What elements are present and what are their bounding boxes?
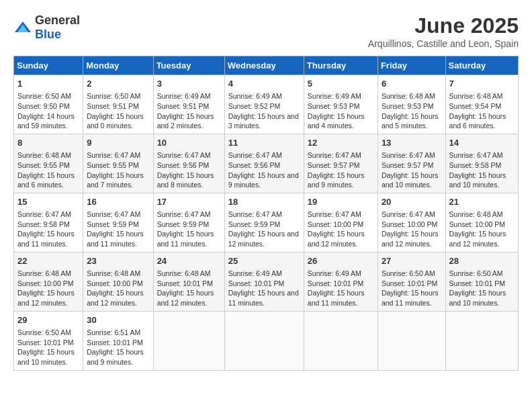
cell-details: Sunrise: 6:47 AMSunset: 10:00 PMDaylight… bbox=[382, 210, 442, 249]
calendar-cell: 22 Sunrise: 6:48 AMSunset: 10:00 PMDayli… bbox=[14, 252, 83, 311]
day-number: 6 bbox=[382, 78, 442, 90]
cell-details: Sunrise: 6:49 AMSunset: 10:01 PMDaylight… bbox=[228, 269, 300, 308]
day-header-saturday: Saturday bbox=[445, 56, 518, 75]
day-number: 4 bbox=[228, 78, 300, 90]
logo-general: General bbox=[35, 13, 80, 27]
cell-details: Sunrise: 6:49 AMSunset: 10:01 PMDaylight… bbox=[308, 269, 374, 308]
calendar-table: SundayMondayTuesdayWednesdayThursdayFrid… bbox=[13, 56, 519, 371]
calendar-cell: 2 Sunrise: 6:50 AMSunset: 9:51 PMDayligh… bbox=[83, 75, 153, 134]
cell-details: Sunrise: 6:49 AMSunset: 9:53 PMDaylight:… bbox=[308, 91, 374, 131]
cell-details: Sunrise: 6:47 AMSunset: 9:58 PMDaylight:… bbox=[449, 150, 515, 190]
day-number: 30 bbox=[87, 314, 149, 326]
calendar-cell: 5 Sunrise: 6:49 AMSunset: 9:53 PMDayligh… bbox=[304, 75, 378, 134]
cell-details: Sunrise: 6:47 AMSunset: 9:56 PMDaylight:… bbox=[157, 150, 221, 190]
cell-details: Sunrise: 6:47 AMSunset: 9:55 PMDaylight:… bbox=[87, 150, 149, 190]
calendar-cell: 18 Sunrise: 6:47 AMSunset: 9:59 PMDaylig… bbox=[224, 193, 304, 252]
calendar-cell bbox=[153, 311, 224, 370]
calendar-cell: 14 Sunrise: 6:47 AMSunset: 9:58 PMDaylig… bbox=[445, 134, 518, 193]
day-header-sunday: Sunday bbox=[14, 56, 83, 75]
day-number: 20 bbox=[382, 196, 442, 208]
cell-details: Sunrise: 6:48 AMSunset: 10:00 PMDaylight… bbox=[17, 269, 79, 308]
calendar-cell: 29 Sunrise: 6:50 AMSunset: 10:01 PMDayli… bbox=[14, 311, 83, 370]
title-block: June 2025 Arquillinos, Castille and Leon… bbox=[368, 13, 519, 49]
calendar-cell: 1 Sunrise: 6:50 AMSunset: 9:50 PMDayligh… bbox=[14, 75, 83, 134]
calendar-week-row: 22 Sunrise: 6:48 AMSunset: 10:00 PMDayli… bbox=[14, 252, 519, 311]
day-number: 16 bbox=[87, 196, 149, 208]
calendar-cell: 23 Sunrise: 6:48 AMSunset: 10:00 PMDayli… bbox=[83, 252, 153, 311]
calendar-body: 1 Sunrise: 6:50 AMSunset: 9:50 PMDayligh… bbox=[14, 75, 519, 371]
calendar-cell: 28 Sunrise: 6:50 AMSunset: 10:01 PMDayli… bbox=[445, 252, 518, 311]
day-number: 28 bbox=[449, 255, 515, 267]
day-number: 18 bbox=[228, 196, 300, 208]
logo: General Blue bbox=[13, 13, 80, 42]
calendar-cell: 17 Sunrise: 6:47 AMSunset: 9:59 PMDaylig… bbox=[153, 193, 224, 252]
calendar-cell: 4 Sunrise: 6:49 AMSunset: 9:52 PMDayligh… bbox=[224, 75, 304, 134]
calendar-cell: 7 Sunrise: 6:48 AMSunset: 9:54 PMDayligh… bbox=[445, 75, 518, 134]
calendar-header-row: SundayMondayTuesdayWednesdayThursdayFrid… bbox=[14, 56, 519, 75]
calendar-cell: 6 Sunrise: 6:48 AMSunset: 9:53 PMDayligh… bbox=[378, 75, 445, 134]
calendar-cell: 30 Sunrise: 6:51 AMSunset: 10:01 PMDayli… bbox=[83, 311, 153, 370]
logo-text: General Blue bbox=[35, 13, 80, 42]
calendar-cell: 20 Sunrise: 6:47 AMSunset: 10:00 PMDayli… bbox=[378, 193, 445, 252]
day-number: 15 bbox=[17, 196, 79, 208]
cell-details: Sunrise: 6:47 AMSunset: 9:59 PMDaylight:… bbox=[228, 210, 300, 249]
calendar-week-row: 15 Sunrise: 6:47 AMSunset: 9:58 PMDaylig… bbox=[14, 193, 519, 252]
calendar-cell bbox=[304, 311, 378, 370]
calendar-cell: 3 Sunrise: 6:49 AMSunset: 9:51 PMDayligh… bbox=[153, 75, 224, 134]
day-header-monday: Monday bbox=[83, 56, 153, 75]
calendar-cell: 26 Sunrise: 6:49 AMSunset: 10:01 PMDayli… bbox=[304, 252, 378, 311]
day-number: 7 bbox=[449, 78, 515, 90]
day-number: 25 bbox=[228, 255, 300, 267]
calendar-cell: 24 Sunrise: 6:48 AMSunset: 10:01 PMDayli… bbox=[153, 252, 224, 311]
cell-details: Sunrise: 6:49 AMSunset: 9:52 PMDaylight:… bbox=[228, 91, 300, 131]
cell-details: Sunrise: 6:47 AMSunset: 9:59 PMDaylight:… bbox=[87, 210, 149, 249]
day-number: 2 bbox=[87, 78, 149, 90]
cell-details: Sunrise: 6:48 AMSunset: 10:01 PMDaylight… bbox=[157, 269, 221, 308]
day-number: 9 bbox=[87, 137, 149, 149]
day-number: 8 bbox=[17, 137, 79, 149]
cell-details: Sunrise: 6:48 AMSunset: 10:00 PMDaylight… bbox=[449, 210, 515, 249]
cell-details: Sunrise: 6:48 AMSunset: 9:53 PMDaylight:… bbox=[382, 91, 442, 131]
calendar-cell: 19 Sunrise: 6:47 AMSunset: 10:00 PMDayli… bbox=[304, 193, 378, 252]
calendar-cell: 11 Sunrise: 6:47 AMSunset: 9:56 PMDaylig… bbox=[224, 134, 304, 193]
calendar-cell: 8 Sunrise: 6:48 AMSunset: 9:55 PMDayligh… bbox=[14, 134, 83, 193]
page-title: June 2025 bbox=[368, 13, 519, 38]
cell-details: Sunrise: 6:47 AMSunset: 10:00 PMDaylight… bbox=[308, 210, 374, 249]
day-number: 12 bbox=[308, 137, 374, 149]
day-number: 1 bbox=[17, 78, 79, 90]
cell-details: Sunrise: 6:50 AMSunset: 9:50 PMDaylight:… bbox=[17, 91, 79, 131]
calendar-cell: 16 Sunrise: 6:47 AMSunset: 9:59 PMDaylig… bbox=[83, 193, 153, 252]
day-number: 17 bbox=[157, 196, 221, 208]
logo-icon bbox=[13, 20, 32, 35]
day-number: 3 bbox=[157, 78, 221, 90]
day-number: 22 bbox=[17, 255, 79, 267]
day-number: 23 bbox=[87, 255, 149, 267]
calendar-week-row: 8 Sunrise: 6:48 AMSunset: 9:55 PMDayligh… bbox=[14, 134, 519, 193]
day-number: 21 bbox=[449, 196, 515, 208]
cell-details: Sunrise: 6:48 AMSunset: 9:55 PMDaylight:… bbox=[17, 150, 79, 190]
cell-details: Sunrise: 6:47 AMSunset: 9:56 PMDaylight:… bbox=[228, 150, 300, 190]
calendar-cell bbox=[224, 311, 304, 370]
cell-details: Sunrise: 6:47 AMSunset: 9:57 PMDaylight:… bbox=[308, 150, 374, 190]
day-number: 24 bbox=[157, 255, 221, 267]
calendar-cell: 25 Sunrise: 6:49 AMSunset: 10:01 PMDayli… bbox=[224, 252, 304, 311]
cell-details: Sunrise: 6:47 AMSunset: 9:58 PMDaylight:… bbox=[17, 210, 79, 249]
day-header-friday: Friday bbox=[378, 56, 445, 75]
cell-details: Sunrise: 6:50 AMSunset: 10:01 PMDaylight… bbox=[382, 269, 442, 308]
day-header-thursday: Thursday bbox=[304, 56, 378, 75]
cell-details: Sunrise: 6:51 AMSunset: 10:01 PMDaylight… bbox=[87, 328, 149, 367]
calendar-cell bbox=[445, 311, 518, 370]
calendar-cell: 10 Sunrise: 6:47 AMSunset: 9:56 PMDaylig… bbox=[153, 134, 224, 193]
logo-blue: Blue bbox=[35, 28, 61, 41]
day-header-wednesday: Wednesday bbox=[224, 56, 304, 75]
day-number: 13 bbox=[382, 137, 442, 149]
page-header: General Blue June 2025 Arquillinos, Cast… bbox=[13, 13, 519, 49]
calendar-week-row: 29 Sunrise: 6:50 AMSunset: 10:01 PMDayli… bbox=[14, 311, 519, 370]
day-number: 19 bbox=[308, 196, 374, 208]
calendar-cell: 21 Sunrise: 6:48 AMSunset: 10:00 PMDayli… bbox=[445, 193, 518, 252]
day-number: 5 bbox=[308, 78, 374, 90]
cell-details: Sunrise: 6:49 AMSunset: 9:51 PMDaylight:… bbox=[157, 91, 221, 131]
calendar-cell: 15 Sunrise: 6:47 AMSunset: 9:58 PMDaylig… bbox=[14, 193, 83, 252]
cell-details: Sunrise: 6:50 AMSunset: 10:01 PMDaylight… bbox=[449, 269, 515, 308]
calendar-cell: 9 Sunrise: 6:47 AMSunset: 9:55 PMDayligh… bbox=[83, 134, 153, 193]
